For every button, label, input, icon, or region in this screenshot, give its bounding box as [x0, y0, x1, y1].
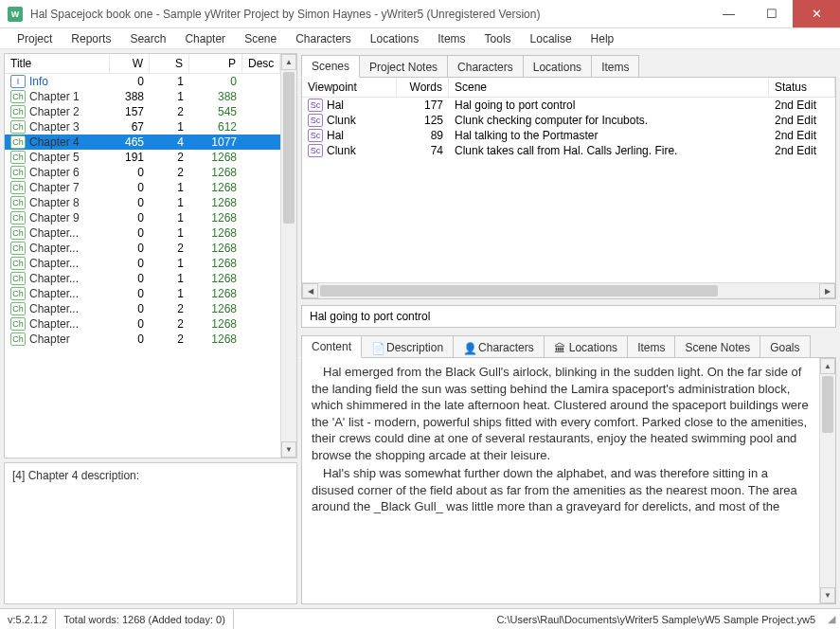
menu-reports[interactable]: Reports	[62, 30, 120, 47]
chapter-title: Chapter 9	[29, 211, 80, 225]
chapter-row[interactable]: ChChapter021268	[5, 332, 280, 347]
chapter-title: Chapter...	[29, 272, 79, 285]
tab-items[interactable]: Items	[627, 335, 675, 358]
menu-items[interactable]: Items	[428, 30, 474, 47]
col-desc[interactable]: Desc	[242, 54, 280, 73]
scroll-left-icon[interactable]: ◀	[302, 283, 318, 298]
chapter-desc-cell	[242, 293, 280, 295]
chapter-row[interactable]: ChChapter 21572545	[5, 104, 280, 119]
col-scene[interactable]: Scene	[449, 78, 769, 97]
menu-locations[interactable]: Locations	[361, 30, 428, 47]
chapter-row[interactable]: ChChapter...021268	[5, 316, 280, 332]
chapter-scrollbar[interactable]: ▲ ▼	[280, 54, 296, 458]
col-title[interactable]: Title	[5, 54, 110, 73]
scene-h-scrollbar[interactable]: ◀ ▶	[302, 282, 835, 298]
chapter-scenes: 1	[150, 89, 189, 104]
chapter-row[interactable]: ChChapter...011268	[5, 256, 280, 271]
col-w[interactable]: W	[110, 54, 150, 73]
col-p[interactable]: P	[189, 54, 242, 73]
scene-rows[interactable]: ScHal177Hal going to port control2nd Edi…	[302, 98, 835, 282]
chapter-words: 388	[110, 89, 150, 104]
tab-scene-notes[interactable]: Scene Notes	[674, 335, 760, 358]
chapter-row[interactable]: ChChapter 7011268	[5, 180, 280, 195]
statusbar: v:5.2.1.2 Total words: 1268 (Added today…	[0, 608, 840, 629]
app-icon: W	[8, 7, 23, 22]
chapter-progress: 0	[189, 74, 242, 89]
menu-chapter[interactable]: Chapter	[175, 30, 235, 47]
chapter-row[interactable]: ChChapter 9011268	[5, 210, 280, 225]
resize-grip-icon[interactable]: ◢	[823, 613, 840, 625]
scroll-thumb[interactable]	[283, 72, 295, 224]
content-scrollbar[interactable]: ▲ ▼	[819, 358, 835, 603]
scroll-down-icon[interactable]: ▼	[281, 441, 296, 458]
chapter-icon: Ch	[10, 166, 26, 179]
chapter-row[interactable]: ChChapter...011268	[5, 225, 280, 241]
menu-characters[interactable]: Characters	[286, 30, 361, 47]
close-button[interactable]: ✕	[793, 0, 840, 27]
chapter-row[interactable]: ChChapter...021268	[5, 301, 280, 316]
chapter-title: Chapter 5	[29, 151, 80, 164]
tab-project-notes[interactable]: Project Notes	[359, 55, 448, 78]
chapter-description-panel[interactable]: [4] Chapter 4 description:	[4, 462, 297, 604]
content-text-area[interactable]: Hal emerged from the Black Gull's airloc…	[302, 358, 819, 603]
scroll-up-icon[interactable]: ▲	[820, 358, 835, 374]
menu-localise[interactable]: Localise	[521, 30, 581, 47]
content-paragraph: Hal's ship was somewhat further down the…	[312, 465, 810, 515]
tab-content[interactable]: Content	[301, 335, 362, 358]
scroll-up-icon[interactable]: ▲	[281, 54, 296, 70]
chapter-icon: Ch	[10, 272, 26, 285]
scene-row[interactable]: ScHal89Hal talking to the Portmaster2nd …	[302, 128, 835, 143]
chapter-row[interactable]: ChChapter 13881388	[5, 89, 280, 104]
chapter-row[interactable]: ChChapter...011268	[5, 271, 280, 286]
minimize-button[interactable]: —	[707, 0, 750, 27]
tab-goals[interactable]: Goals	[760, 335, 810, 358]
chapter-title: Info	[29, 75, 48, 88]
col-status[interactable]: Status	[769, 78, 835, 97]
col-viewpoint[interactable]: Viewpoint	[302, 78, 397, 97]
menu-scene[interactable]: Scene	[235, 30, 286, 47]
menu-tools[interactable]: Tools	[475, 30, 521, 47]
scene-row[interactable]: ScClunk125Clunk checking computer for In…	[302, 113, 835, 128]
scroll-down-icon[interactable]: ▼	[820, 587, 835, 603]
chapter-row[interactable]: ChChapter 446541077	[5, 135, 280, 150]
scroll-thumb[interactable]	[822, 376, 833, 433]
chapter-row[interactable]: ChChapter...021268	[5, 241, 280, 256]
hscroll-thumb[interactable]	[320, 285, 718, 297]
menu-help[interactable]: Help	[581, 30, 624, 47]
menu-project[interactable]: Project	[8, 30, 62, 47]
chapter-row[interactable]: ChChapter 6021268	[5, 165, 280, 180]
scroll-right-icon[interactable]: ▶	[819, 283, 835, 298]
chapter-scenes: 2	[150, 104, 189, 119]
tab-locations[interactable]: 🏛Locations	[544, 335, 628, 358]
scene-title-field[interactable]: Hal going to port control	[301, 305, 836, 328]
col-s[interactable]: S	[150, 54, 189, 73]
chapter-words: 191	[110, 150, 150, 165]
menu-search[interactable]: Search	[120, 30, 175, 47]
chapter-progress: 1268	[189, 225, 242, 241]
tab-characters[interactable]: Characters	[447, 55, 524, 78]
chapter-row[interactable]: IInfo010	[5, 74, 280, 89]
maximize-button[interactable]: ☐	[750, 0, 793, 27]
chapter-row[interactable]: ChChapter 8011268	[5, 195, 280, 210]
tab-locations[interactable]: Locations	[523, 55, 592, 78]
tab-scenes[interactable]: Scenes	[301, 55, 360, 78]
scene-viewpoint: Clunk	[327, 144, 356, 157]
chapter-row[interactable]: ChChapter...011268	[5, 286, 280, 301]
tab-items[interactable]: Items	[591, 55, 639, 78]
chapter-words: 67	[110, 119, 150, 135]
chapter-progress: 1268	[189, 180, 242, 195]
chapter-icon: Ch	[10, 105, 26, 118]
scene-row[interactable]: ScHal177Hal going to port control2nd Edi…	[302, 98, 835, 113]
chapter-title: Chapter 3	[29, 120, 80, 134]
chapter-title: Chapter...	[29, 242, 79, 255]
chapter-row[interactable]: ChChapter 3671612	[5, 119, 280, 135]
chapter-row[interactable]: ChChapter 519121268	[5, 150, 280, 165]
tab-characters[interactable]: 👤Characters	[453, 335, 545, 358]
scene-row[interactable]: ScClunk74Clunk takes call from Hal. Call…	[302, 143, 835, 158]
tab-description[interactable]: 📄Description	[361, 335, 454, 358]
scene-viewpoint: Hal	[327, 99, 344, 112]
col-words[interactable]: Words	[397, 78, 449, 97]
chapter-words: 0	[110, 180, 150, 195]
chapter-table[interactable]: Title W S P Desc IInfo010ChChapter 13881…	[5, 54, 280, 458]
chapter-desc-cell	[242, 202, 280, 204]
